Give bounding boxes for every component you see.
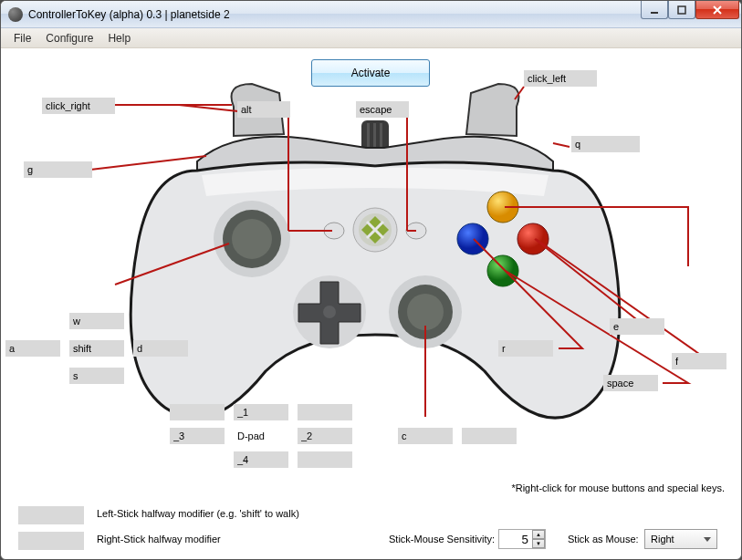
lstick-shift-field[interactable] (69, 340, 124, 357)
left-mod-label: Left-Stick halfway modifier (e.g. 'shift… (97, 508, 299, 519)
left-mod-field[interactable] (18, 506, 84, 524)
dpad-label: D-pad (237, 428, 274, 444)
lstick-right-field[interactable] (133, 340, 188, 357)
rstick-c-field[interactable] (398, 428, 453, 444)
escape-field[interactable] (356, 101, 409, 118)
dpad-down-field[interactable] (234, 451, 288, 468)
left-shoulder-field[interactable] (24, 161, 92, 178)
svg-point-19 (517, 223, 549, 254)
dpad-upright-field[interactable] (298, 404, 352, 420)
controller-image (97, 79, 644, 426)
svg-point-21 (457, 223, 488, 254)
mouse-combo-value: Right (651, 534, 674, 544)
mouse-combo[interactable]: Right (644, 529, 717, 549)
dpad-upleft-field[interactable] (170, 404, 225, 420)
face-x-field[interactable] (498, 340, 553, 357)
mouse-label: Stick as Mouse: (568, 534, 639, 544)
minimize-button[interactable] (641, 1, 668, 19)
lstick-left-field[interactable] (5, 340, 60, 357)
window: ControllerToKey (alpha) 0.3 | planetside… (0, 0, 742, 560)
dpad-left-field[interactable] (170, 428, 225, 444)
face-b-field[interactable] (672, 353, 726, 369)
main-area: Activate (5, 52, 736, 557)
dpad-up-field[interactable] (234, 404, 288, 420)
maximize-icon (677, 5, 686, 15)
menubar: File Configure Help (1, 28, 741, 48)
sens-label: Stick-Mouse Sensitivity: (389, 534, 495, 544)
hint-text: *Right-click for mouse buttons and speci… (511, 482, 725, 493)
lstick-up-field[interactable] (69, 313, 124, 329)
titlebar: ControllerToKey (alpha) 0.3 | planetside… (1, 1, 741, 28)
dpad-downright-field[interactable] (298, 451, 352, 468)
svg-rect-0 (651, 12, 658, 14)
alt-field[interactable] (237, 101, 290, 118)
window-controls (641, 1, 739, 19)
svg-point-17 (406, 223, 426, 239)
sens-spinner-up[interactable]: ▲ (532, 530, 545, 539)
close-button[interactable] (695, 1, 739, 19)
sens-wrapper: ▲ ▼ (498, 529, 546, 549)
face-e-field[interactable] (610, 318, 664, 335)
close-icon (712, 5, 723, 15)
sens-spinner-down[interactable]: ▼ (532, 539, 545, 548)
svg-point-18 (487, 192, 518, 223)
right-shoulder-field[interactable] (571, 136, 640, 152)
face-a-field[interactable] (603, 375, 658, 391)
svg-point-20 (487, 255, 518, 286)
minimize-icon (650, 5, 659, 15)
menu-configure[interactable]: Configure (38, 30, 100, 47)
dpad-right-field[interactable] (298, 428, 352, 444)
svg-point-16 (324, 223, 344, 239)
right-mod-label: Right-Stick halfway modifier (97, 534, 221, 544)
svg-rect-1 (678, 6, 685, 14)
svg-point-10 (323, 306, 336, 318)
svg-point-13 (407, 294, 444, 330)
svg-point-8 (232, 219, 272, 259)
window-title: ControllerToKey (alpha) 0.3 | planetside… (28, 8, 230, 21)
rstick-blank-field[interactable] (462, 428, 517, 444)
right-mod-field[interactable] (18, 532, 84, 550)
maximize-button[interactable] (668, 1, 695, 19)
right-trigger-field[interactable] (524, 70, 597, 87)
left-trigger-field[interactable] (42, 98, 115, 114)
sens-spinner[interactable]: ▲ ▼ (532, 530, 545, 548)
menu-help[interactable]: Help (100, 30, 138, 47)
menu-file[interactable]: File (6, 30, 38, 47)
app-icon (8, 7, 23, 22)
lstick-down-field[interactable] (69, 368, 124, 384)
